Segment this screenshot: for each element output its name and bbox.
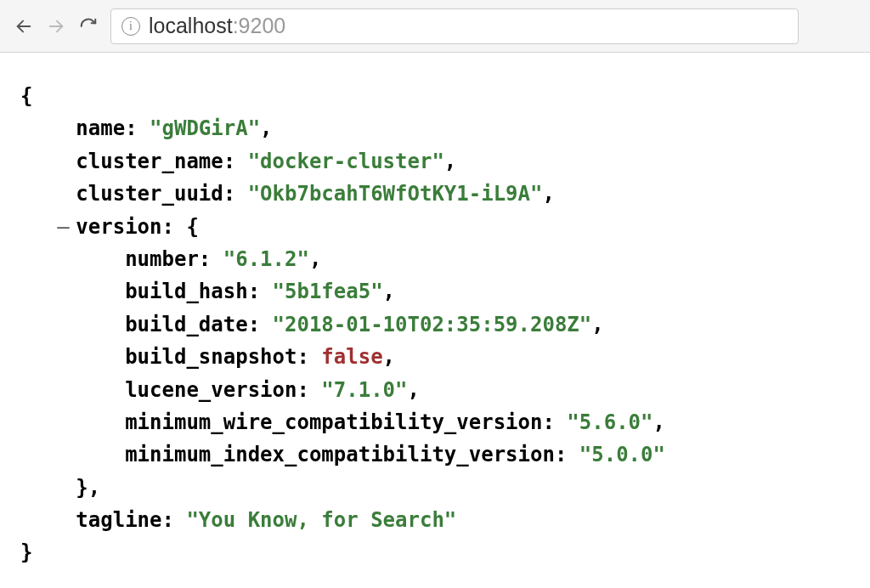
json-root-open: { bbox=[20, 80, 850, 112]
forward-arrow-icon bbox=[47, 17, 65, 36]
json-line-cluster-uuid: cluster_uuid: "Okb7bcahT6WfOtKY1-iL9A", bbox=[20, 178, 850, 210]
json-viewer: { name: "gWDGirA", cluster_name: "docker… bbox=[0, 53, 870, 588]
json-line-min-index: minimum_index_compatibility_version: "5.… bbox=[20, 438, 850, 471]
site-info-icon[interactable]: i bbox=[121, 17, 140, 36]
json-line-number: number: "6.1.2", bbox=[20, 243, 850, 275]
json-root-close: } bbox=[20, 536, 850, 568]
browser-toolbar: i localhost:9200 bbox=[0, 0, 870, 53]
reload-button[interactable] bbox=[78, 16, 99, 37]
collapse-toggle-icon[interactable]: – bbox=[57, 211, 76, 243]
json-line-build-snapshot: build_snapshot: false, bbox=[20, 341, 850, 373]
forward-button[interactable] bbox=[46, 16, 66, 37]
json-line-build-hash: build_hash: "5b1fea5", bbox=[20, 275, 850, 308]
json-line-min-wire: minimum_wire_compatibility_version: "5.6… bbox=[20, 406, 850, 438]
json-line-lucene-version: lucene_version: "7.1.0", bbox=[20, 374, 850, 406]
json-line-build-date: build_date: "2018-01-10T02:35:59.208Z", bbox=[20, 308, 850, 341]
json-line-cluster-name: cluster_name: "docker-cluster", bbox=[20, 145, 850, 178]
address-bar[interactable]: i localhost:9200 bbox=[110, 8, 799, 44]
json-line-name: name: "gWDGirA", bbox=[20, 112, 850, 144]
json-version-close: }, bbox=[20, 472, 850, 504]
json-line-tagline: tagline: "You Know, for Search" bbox=[20, 504, 850, 536]
back-button[interactable] bbox=[14, 16, 34, 37]
json-line-version: –version: { bbox=[20, 211, 850, 243]
reload-icon bbox=[79, 17, 98, 36]
url-text: localhost:9200 bbox=[149, 14, 285, 38]
back-arrow-icon bbox=[14, 17, 33, 36]
